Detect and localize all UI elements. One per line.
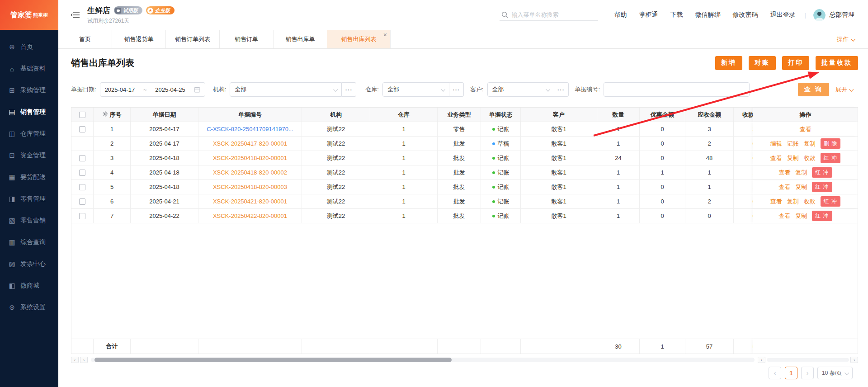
sidebar-item[interactable]: ⊕首页 (0, 36, 58, 58)
row-action-button[interactable]: 查看 (778, 212, 790, 220)
row-action-button[interactable]: 红 冲 (821, 153, 840, 163)
tab-item[interactable]: 销售退货单 (112, 30, 166, 48)
doc-no-link[interactable]: XSCK-20250421-820-00001 (213, 198, 287, 205)
row-action-button[interactable]: 复制 (795, 183, 807, 191)
collapse-menu-icon[interactable] (71, 11, 80, 19)
gear-icon[interactable] (103, 111, 108, 118)
total-receivable: 57 (706, 343, 712, 350)
row-action-button[interactable]: 查看 (800, 125, 811, 133)
row-action-button[interactable]: 记账 (787, 140, 799, 148)
expand-toggle[interactable]: 展开 (835, 85, 853, 94)
row-action-button[interactable]: 复制 (787, 154, 799, 162)
org-select[interactable]: 全部 (230, 82, 342, 97)
qty-cell: 1 (597, 209, 640, 223)
fixed-scrollbar-track[interactable] (767, 358, 849, 362)
sidebar-item[interactable]: ▤销售管理 (0, 101, 58, 123)
doc-no-link[interactable]: XSCK-20250418-820-00003 (213, 184, 287, 190)
warehouse-more-button[interactable]: ··· (449, 82, 464, 97)
row-action-button[interactable]: 查看 (778, 183, 790, 191)
row-action-button[interactable]: 查看 (770, 154, 782, 162)
date-from-value[interactable]: 2025-04-17 (105, 86, 135, 93)
seq-cell: 5 (94, 180, 131, 194)
topbar-menu-item[interactable]: 下载 (670, 11, 683, 19)
row-action-button[interactable]: 复制 (795, 169, 807, 177)
row-action-button[interactable]: 收款 (804, 198, 816, 206)
org-more-button[interactable]: ··· (342, 82, 356, 97)
row-action-button[interactable]: 红 冲 (812, 182, 832, 192)
scrollbar-thumb[interactable] (94, 358, 452, 362)
row-checkbox[interactable] (79, 184, 85, 190)
tab-item[interactable]: 首页 (58, 30, 112, 48)
row-checkbox[interactable] (79, 126, 85, 132)
page-size-select[interactable]: 10 条/页 (817, 367, 853, 379)
sidebar-item[interactable]: ⌂基础资料 (0, 58, 58, 80)
row-action-button[interactable]: 红 冲 (812, 211, 832, 221)
close-icon[interactable]: × (383, 31, 387, 38)
row-action-button[interactable]: 查看 (770, 198, 782, 206)
sidebar-item-label: 微商城 (20, 282, 39, 290)
sidebar-item[interactable]: ◧微商城 (0, 275, 58, 297)
sidebar-item[interactable]: ⊛系统设置 (0, 297, 58, 318)
scroll-right-icon[interactable]: › (850, 357, 858, 363)
row-checkbox[interactable] (79, 155, 85, 161)
toolbar-button[interactable]: 对账 (749, 56, 776, 70)
sidebar-item[interactable]: ▦要货配送 (0, 166, 58, 188)
topbar-menu-item[interactable]: 修改密码 (733, 11, 758, 19)
row-action-button[interactable]: 复制 (787, 198, 799, 206)
topbar-menu-item[interactable]: 退出登录 (770, 11, 796, 19)
select-all-checkbox[interactable] (79, 112, 85, 118)
topbar-menu-item[interactable]: 掌柜通 (639, 11, 658, 19)
search-input[interactable] (512, 11, 596, 18)
topbar-divider: | (805, 12, 806, 19)
date-range-picker[interactable]: 2025-04-17 ~ 2025-04-25 (100, 82, 205, 97)
row-action-button[interactable]: 红 冲 (821, 196, 840, 207)
scroll-left-icon[interactable]: ‹ (71, 357, 79, 363)
sidebar-item[interactable]: ◨零售管理 (0, 188, 58, 210)
avatar[interactable] (813, 9, 826, 21)
row-checkbox[interactable] (79, 213, 85, 219)
scroll-left-icon[interactable]: ‹ (758, 357, 765, 363)
user-name[interactable]: 总部管理 (829, 11, 854, 19)
row-action-button[interactable]: 复制 (804, 140, 816, 148)
toolbar-button[interactable]: 批量收款 (816, 56, 858, 70)
sidebar-item[interactable]: ◫仓库管理 (0, 123, 58, 145)
prev-page-button[interactable]: ‹ (769, 367, 781, 379)
doc-no-link[interactable]: XSCK-20250418-820-00002 (213, 169, 287, 176)
page-number-button[interactable]: 1 (785, 367, 797, 379)
row-action-button[interactable]: 红 冲 (812, 167, 832, 178)
scroll-right-icon[interactable]: › (80, 357, 88, 363)
tab-item[interactable]: 销售订单 (220, 30, 274, 48)
tab-item[interactable]: 销售订单列表 (166, 30, 220, 48)
customer-select[interactable]: 全部 (487, 82, 554, 97)
tab-item[interactable]: 销售出库列表× (327, 30, 391, 48)
doc-no-link[interactable]: XSCK-20250422-820-00001 (213, 212, 287, 219)
row-checkbox[interactable] (79, 198, 85, 205)
sidebar-item[interactable]: ▨发票中心 (0, 253, 58, 275)
doc-no-link[interactable]: XSCK-20250417-820-00001 (213, 140, 287, 147)
topbar-menu-item[interactable]: 微信解绑 (695, 11, 721, 19)
doc-no-link[interactable]: XSCK-20250418-820-00001 (213, 155, 287, 161)
toolbar-button[interactable]: 新增 (715, 56, 742, 70)
row-action-button[interactable]: 复制 (795, 212, 807, 220)
row-action-button[interactable]: 收款 (804, 154, 816, 162)
scrollbar-track[interactable] (91, 358, 755, 362)
warehouse-select[interactable]: 全部 (382, 82, 449, 97)
row-checkbox[interactable] (79, 170, 85, 176)
row-action-button[interactable]: 编辑 (770, 140, 782, 148)
doc-no-input[interactable] (604, 82, 750, 97)
tab-item[interactable]: 销售出库单 (274, 30, 327, 48)
operation-dropdown[interactable]: 操作 (837, 30, 868, 48)
date-to-value[interactable]: 2025-04-25 (155, 86, 185, 93)
toolbar-button[interactable]: 打印 (782, 56, 809, 70)
sidebar-item[interactable]: ▧零售营销 (0, 210, 58, 231)
sidebar-item[interactable]: ⊞采购管理 (0, 80, 58, 101)
row-action-button[interactable]: 查看 (778, 169, 790, 177)
next-page-button[interactable]: › (801, 367, 814, 379)
sidebar-item[interactable]: ▥综合查询 (0, 231, 58, 253)
topbar-menu-item[interactable]: 帮助 (614, 11, 627, 19)
row-action-button[interactable]: 删 除 (821, 138, 840, 149)
customer-more-button[interactable]: ··· (554, 82, 569, 97)
sidebar-item[interactable]: ⊡资金管理 (0, 145, 58, 166)
query-button[interactable]: 查 询 (798, 83, 829, 96)
doc-no-link[interactable]: C-XSCK-820-25041709141970... (207, 126, 293, 132)
